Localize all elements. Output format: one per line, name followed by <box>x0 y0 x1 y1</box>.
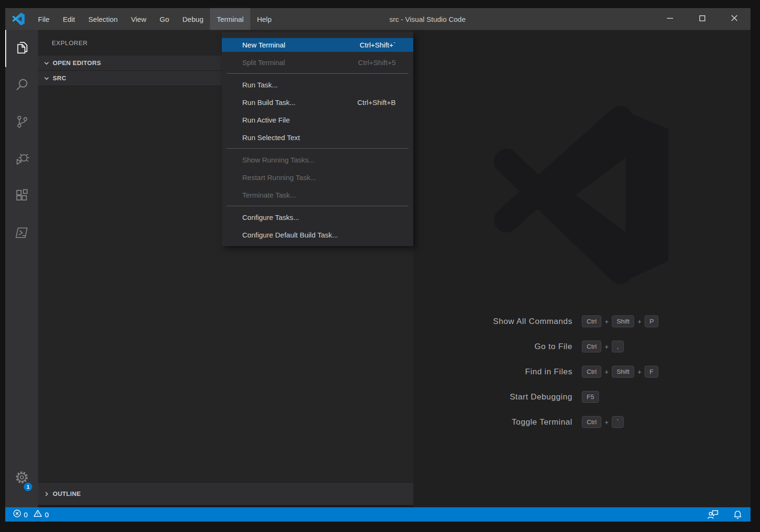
activity-run-debug[interactable] <box>5 141 38 178</box>
activity-search[interactable] <box>5 67 38 104</box>
menubar-item-view[interactable]: View <box>124 8 153 30</box>
maximize-icon <box>699 15 705 23</box>
menubar-item-go[interactable]: Go <box>153 8 176 30</box>
error-count: 0 <box>24 511 28 519</box>
warning-icon <box>33 509 42 520</box>
menu-item-terminate-task[interactable]: Terminate Task... <box>222 186 413 204</box>
problems-errors[interactable]: 0 <box>13 509 28 520</box>
chevron-down-icon <box>43 59 50 67</box>
section-label: SRC <box>53 75 66 82</box>
window-title: src - Visual Studio Code <box>294 15 560 23</box>
key-cap: P <box>645 315 658 327</box>
explorer-icon <box>14 39 30 57</box>
keybinding-hints: Show All CommandsCtrl+Shift+PGo to FileC… <box>413 309 750 435</box>
close-icon <box>731 15 738 23</box>
menu-item-label: Run Selected Text <box>242 133 300 142</box>
menu-item-label: Run Task... <box>242 81 278 89</box>
keybinding-keys: Ctrl+Shift+F <box>582 366 658 378</box>
editor-area: Show All CommandsCtrl+Shift+PGo to FileC… <box>413 30 750 507</box>
menu-item-run-active-file[interactable]: Run Active File <box>222 111 413 129</box>
key-cap: Shift <box>612 366 634 378</box>
keybinding-row: Start DebuggingF5 <box>413 384 750 409</box>
menu-item-configure-default-build-task[interactable]: Configure Default Build Task... <box>222 226 413 244</box>
menu-item-show-running-tasks[interactable]: Show Running Tasks... <box>222 151 413 169</box>
settings-button[interactable]: 1 <box>5 468 38 488</box>
activity-powershell[interactable] <box>5 215 38 252</box>
menu-separator <box>227 206 408 206</box>
key-separator: + <box>605 318 608 325</box>
menu-item-shortcut: Ctrl+Shift+5 <box>358 58 396 66</box>
activity-extensions[interactable] <box>5 178 38 215</box>
menu-item-label: Show Running Tasks... <box>242 156 314 164</box>
menu-item-label: Restart Running Task... <box>242 173 316 181</box>
key-cap: Ctrl <box>582 315 601 327</box>
menu-item-label: Run Active File <box>242 116 290 124</box>
keybinding-row: Go to FileCtrl+, <box>413 334 750 359</box>
key-cap: Shift <box>612 315 634 327</box>
minimize-button[interactable] <box>654 8 686 30</box>
menu-separator <box>227 73 408 74</box>
menubar-item-terminal[interactable]: Terminal <box>210 8 250 30</box>
key-cap: , <box>612 341 624 352</box>
error-icon <box>13 509 21 520</box>
key-separator: + <box>605 368 608 376</box>
key-cap: Ctrl <box>582 366 601 378</box>
menu-item-shortcut: Ctrl+Shift+B <box>357 98 396 106</box>
problems-warnings[interactable]: 0 <box>33 509 48 520</box>
activity-explorer[interactable] <box>5 30 38 67</box>
menu-item-split-terminal[interactable]: Split TerminalCtrl+Shift+5 <box>222 54 413 71</box>
key-cap: Ctrl <box>582 341 601 352</box>
keybinding-label: Toggle Terminal <box>413 418 572 427</box>
desktop-background: FileEditSelectionViewGoDebugTerminalHelp… <box>0 0 760 532</box>
keybinding-label: Show All Commands <box>413 317 572 326</box>
menubar-item-file[interactable]: File <box>31 8 56 30</box>
terminal-menu: New TerminalCtrl+Shift+`Split TerminalCt… <box>222 32 413 246</box>
menubar-item-selection[interactable]: Selection <box>82 8 124 30</box>
key-separator: + <box>637 318 641 325</box>
menu-item-label: Split Terminal <box>242 58 285 66</box>
section-label: OUTLINE <box>53 490 81 497</box>
source-control-icon <box>14 114 30 132</box>
keybinding-row: Find in FilesCtrl+Shift+F <box>413 359 750 384</box>
window-controls <box>654 8 750 30</box>
chevron-down-icon <box>43 75 50 82</box>
menu-item-run-task[interactable]: Run Task... <box>222 76 413 94</box>
vscode-watermark-icon <box>492 106 670 284</box>
keybinding-keys: F5 <box>582 391 599 403</box>
maximize-button[interactable] <box>686 8 718 30</box>
menu-item-new-terminal[interactable]: New TerminalCtrl+Shift+` <box>222 36 413 54</box>
run-debug-icon <box>14 151 30 169</box>
menu-item-label: New Terminal <box>242 41 285 49</box>
warning-count: 0 <box>45 511 48 519</box>
menubar-item-help[interactable]: Help <box>250 8 278 30</box>
menu-item-run-selected-text[interactable]: Run Selected Text <box>222 129 413 146</box>
menu-separator <box>227 148 408 149</box>
keybinding-label: Start Debugging <box>413 392 572 402</box>
menu-item-label: Configure Tasks... <box>242 213 299 221</box>
chevron-right-icon <box>43 490 50 498</box>
menu-item-run-build-task[interactable]: Run Build Task...Ctrl+Shift+B <box>222 94 413 111</box>
keybinding-label: Go to File <box>413 342 572 352</box>
menubar-item-debug[interactable]: Debug <box>176 8 210 30</box>
activity-bar: 1 <box>5 30 38 507</box>
key-separator: + <box>637 368 641 376</box>
close-button[interactable] <box>718 8 750 30</box>
vscode-logo-icon <box>12 13 25 25</box>
extensions-icon <box>14 188 30 206</box>
menu-item-shortcut: Ctrl+Shift+` <box>360 41 396 49</box>
keybinding-keys: Ctrl+` <box>582 416 624 428</box>
key-cap: Ctrl <box>582 416 601 428</box>
menu-item-configure-tasks[interactable]: Configure Tasks... <box>222 209 413 226</box>
key-separator: + <box>605 418 608 426</box>
powershell-icon <box>14 225 30 243</box>
bell-icon[interactable] <box>732 509 743 520</box>
feedback-icon[interactable] <box>707 509 719 520</box>
section-outline[interactable]: OUTLINE <box>38 482 413 505</box>
menubar-item-edit[interactable]: Edit <box>56 8 82 30</box>
key-cap: F5 <box>582 391 599 403</box>
titlebar: FileEditSelectionViewGoDebugTerminalHelp… <box>5 8 750 30</box>
section-label: OPEN EDITORS <box>53 59 101 66</box>
menu-item-restart-running-task[interactable]: Restart Running Task... <box>222 169 413 186</box>
keybinding-label: Find in Files <box>413 367 572 377</box>
activity-source-control[interactable] <box>5 104 38 141</box>
